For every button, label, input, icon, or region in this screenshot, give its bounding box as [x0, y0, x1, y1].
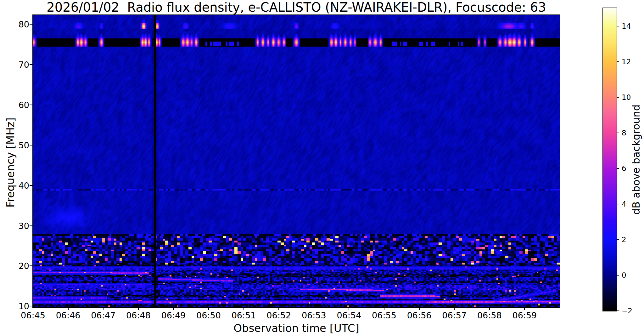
- y-tick-mark: [30, 306, 32, 306]
- x-tick-mark: [278, 307, 279, 310]
- colorbar-gradient: [603, 8, 617, 311]
- x-tick-mark: [314, 307, 314, 310]
- colorbar-tick-label: 0: [622, 271, 626, 279]
- colorbar-tick-label: −2: [622, 307, 632, 315]
- y-tick-label: 10: [19, 301, 29, 311]
- x-tick-mark: [138, 307, 139, 310]
- x-tick-mark: [68, 307, 69, 310]
- y-axis-label: Frequency [MHz]: [4, 84, 17, 241]
- y-tick-label: 50: [19, 140, 29, 150]
- y-tick-label: 30: [19, 221, 29, 231]
- spectrogram-figure: 2026/01/02 Radio flux density, e-CALLIST…: [0, 0, 644, 336]
- x-tick-mark: [208, 307, 209, 310]
- colorbar-label: dB above background: [630, 81, 642, 238]
- x-tick-label: 06:53: [302, 310, 326, 320]
- y-tick-label: 40: [19, 180, 29, 190]
- colorbar-tick-mark: [617, 133, 619, 133]
- x-tick-label: 06:45: [21, 310, 45, 320]
- x-tick-label: 06:51: [232, 310, 256, 320]
- x-tick-mark: [524, 307, 525, 310]
- x-tick-label: 06:55: [372, 310, 396, 320]
- spectrogram-heatmap: [33, 15, 560, 307]
- colorbar-tick-label: 10: [622, 93, 631, 101]
- x-tick-label: 06:50: [196, 310, 221, 320]
- colorbar-tick-mark: [617, 310, 619, 311]
- x-tick-label: 06:56: [407, 310, 432, 320]
- y-tick-mark: [30, 64, 32, 65]
- x-tick-mark: [244, 307, 244, 310]
- x-tick-label: 06:58: [477, 310, 502, 320]
- y-tick-mark: [30, 225, 32, 226]
- colorbar-tick-mark: [617, 168, 619, 169]
- x-tick-label: 06:46: [56, 310, 81, 320]
- y-tick-mark: [30, 105, 32, 105]
- y-tick-label: 70: [19, 60, 29, 70]
- chart-title: 2026/01/02 Radio flux density, e-CALLIST…: [33, 0, 560, 15]
- x-tick-mark: [33, 307, 33, 310]
- colorbar-tick-mark: [617, 61, 619, 62]
- x-axis-label: Observation time [UTC]: [33, 322, 560, 334]
- x-tick-label: 06:57: [442, 310, 467, 320]
- x-tick-mark: [384, 307, 384, 310]
- x-tick-mark: [489, 307, 490, 310]
- y-tick-mark: [30, 24, 32, 25]
- colorbar-tick-label: 4: [622, 200, 626, 208]
- colorbar: [602, 8, 617, 311]
- colorbar-tick-label: 6: [622, 164, 626, 173]
- colorbar-tick-mark: [617, 26, 619, 26]
- y-tick-label: 60: [19, 100, 29, 110]
- colorbar-tick-mark: [617, 239, 619, 240]
- x-tick-mark: [419, 307, 420, 310]
- x-tick-label: 06:47: [91, 310, 115, 320]
- colorbar-tick-mark: [617, 204, 619, 204]
- y-tick-label: 20: [19, 261, 29, 271]
- colorbar-tick-label: 14: [622, 22, 631, 30]
- colorbar-tick-mark: [617, 275, 619, 276]
- x-tick-label: 06:49: [161, 310, 186, 320]
- x-tick-label: 06:54: [337, 310, 361, 320]
- x-tick-mark: [349, 307, 349, 310]
- colorbar-tick-mark: [617, 97, 619, 98]
- x-tick-mark: [173, 307, 174, 310]
- x-tick-label: 06:59: [512, 310, 537, 320]
- x-tick-label: 06:48: [126, 310, 151, 320]
- x-tick-mark: [454, 307, 455, 310]
- y-tick-mark: [30, 185, 32, 186]
- y-tick-mark: [30, 265, 32, 266]
- colorbar-tick-label: 2: [622, 236, 626, 244]
- x-tick-mark: [103, 307, 104, 310]
- colorbar-tick-label: 12: [622, 58, 631, 66]
- colorbar-tick-label: 8: [622, 129, 626, 137]
- y-tick-mark: [30, 145, 32, 145]
- x-tick-label: 06:52: [266, 310, 291, 320]
- y-tick-label: 80: [19, 20, 29, 29]
- plot-area: [32, 14, 560, 308]
